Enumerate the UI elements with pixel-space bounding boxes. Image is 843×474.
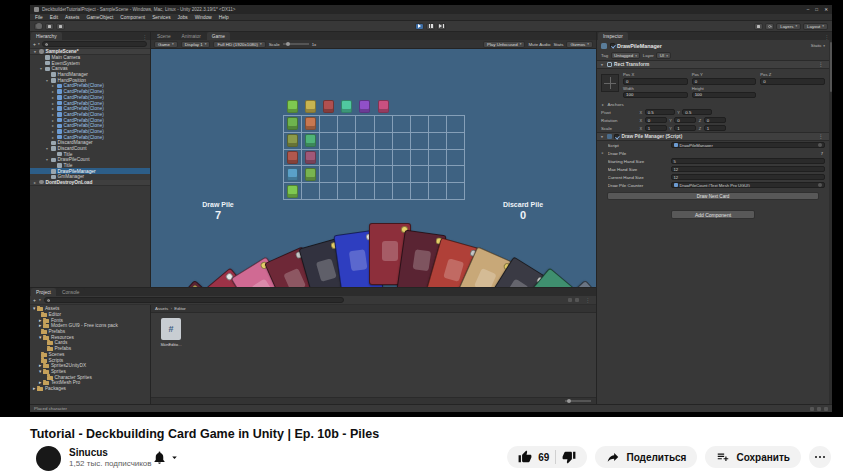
- rotation-z-field[interactable]: 0: [704, 117, 726, 124]
- expand-arrow-icon[interactable]: ▸: [39, 363, 41, 368]
- layer-dropdown[interactable]: UI▾: [656, 52, 671, 59]
- menu-item[interactable]: Window: [195, 15, 212, 20]
- channel-name[interactable]: Sinucus: [69, 447, 108, 458]
- expand-arrow-icon[interactable]: ▾: [45, 146, 49, 151]
- account-button[interactable]: [34, 23, 43, 30]
- expand-arrow-icon[interactable]: ▸: [51, 83, 55, 88]
- menu-item[interactable]: Component: [120, 15, 145, 20]
- add-component-button[interactable]: Add Component: [671, 210, 755, 219]
- menu-item[interactable]: Assets: [65, 15, 79, 20]
- game-viewport[interactable]: Draw Pile 7 Discard Pile 0: [151, 49, 596, 287]
- expand-arrow-icon[interactable]: ▸: [51, 89, 55, 94]
- anchors-foldout[interactable]: Anchors: [608, 102, 624, 107]
- tab-hierarchy[interactable]: Hierarchy: [31, 32, 62, 40]
- window-control-button[interactable]: □: [815, 7, 818, 12]
- expand-arrow-icon[interactable]: ▸: [33, 386, 35, 391]
- gizmos-dropdown[interactable]: Gizmos▾: [566, 41, 593, 48]
- asset-item[interactable]: # SkinEdito...: [156, 318, 186, 347]
- menu-item[interactable]: Help: [219, 15, 229, 20]
- draw-next-card-button[interactable]: Draw Next Card: [607, 192, 819, 200]
- rotation-x-field[interactable]: 0: [645, 117, 667, 124]
- scale-y-field[interactable]: 1: [674, 125, 696, 132]
- expand-arrow-icon[interactable]: ▾: [45, 78, 49, 83]
- rotation-y-field[interactable]: 0: [674, 117, 696, 124]
- anchor-preset-button[interactable]: [601, 74, 619, 92]
- expand-arrow-icon[interactable]: ▸: [33, 180, 37, 185]
- video-player[interactable]: DeckbuilderTutorialProject - SampleScene…: [0, 0, 843, 417]
- component-enabled-checkbox[interactable]: [614, 134, 619, 139]
- create-asset-button[interactable]: +: [33, 297, 36, 303]
- view-tab[interactable]: Animator: [177, 32, 206, 40]
- thumbnail-zoom-slider[interactable]: [565, 400, 591, 402]
- expand-arrow-icon[interactable]: ▾: [33, 306, 35, 311]
- tab-inspector[interactable]: Inspector: [598, 32, 628, 40]
- menu-item[interactable]: File: [35, 15, 43, 20]
- breadcrumb-current[interactable]: Editor: [174, 306, 185, 311]
- foldout-arrow-icon[interactable]: ▸: [601, 102, 605, 107]
- pivot-y-field[interactable]: 0.5: [682, 109, 712, 116]
- expand-arrow-icon[interactable]: ▸: [51, 123, 55, 128]
- expand-arrow-icon[interactable]: ▸: [51, 118, 55, 123]
- expand-arrow-icon[interactable]: ▸: [51, 112, 55, 117]
- undo-history-button[interactable]: [754, 23, 763, 30]
- field-value[interactable]: DrawPileManager: [671, 142, 826, 149]
- script-component-header[interactable]: ▾ Draw Pile Manager (Script) ⋮: [597, 132, 829, 141]
- expand-arrow-icon[interactable]: ▸: [39, 318, 41, 323]
- scale-z-field[interactable]: 1: [704, 125, 726, 132]
- menu-item[interactable]: GameObject: [86, 15, 113, 20]
- play-mode-dropdown[interactable]: Play Unfocused▾: [483, 41, 525, 48]
- layout-dropdown[interactable]: Layout▾: [803, 23, 828, 30]
- cloud-button[interactable]: [45, 23, 54, 30]
- expand-arrow-icon[interactable]: ▸: [51, 129, 55, 134]
- view-tab[interactable]: Game: [207, 32, 230, 40]
- step-button[interactable]: [437, 23, 446, 30]
- static-dropdown[interactable]: Static▾: [811, 43, 825, 48]
- kebab-menu-icon[interactable]: ⋮: [815, 134, 826, 139]
- panel-tab[interactable]: Project: [31, 288, 56, 296]
- menu-item[interactable]: Edit: [50, 15, 58, 20]
- expand-arrow-icon[interactable]: ▾: [45, 157, 49, 162]
- pos-z-field[interactable]: 0: [760, 78, 825, 85]
- hierarchy-item[interactable]: ▸ DontDestroyOnLoad: [30, 180, 150, 186]
- object-picker-icon[interactable]: [818, 143, 822, 147]
- share-button[interactable]: Поделиться: [595, 446, 697, 468]
- search-button[interactable]: [765, 23, 774, 30]
- thumbs-up-icon[interactable]: [518, 450, 532, 464]
- field-value[interactable]: 12: [671, 166, 826, 173]
- active-checkbox[interactable]: [610, 43, 615, 48]
- settings-gear-icon[interactable]: [575, 298, 579, 302]
- pos-y-field[interactable]: 0: [692, 78, 757, 85]
- view-tab[interactable]: Scene: [152, 32, 176, 40]
- folder-item[interactable]: ▸ Packages: [30, 386, 150, 392]
- rect-transform-header[interactable]: ▾ Rect Transform ⋮: [597, 60, 829, 69]
- hierarchy-search-input[interactable]: [42, 41, 147, 47]
- expand-arrow-icon[interactable]: ▾: [39, 369, 41, 374]
- project-search-input[interactable]: [44, 297, 344, 303]
- mute-audio-toggle[interactable]: Mute Audio: [528, 42, 550, 47]
- field-value[interactable]: 7: [671, 150, 826, 157]
- expand-arrow-icon[interactable]: ▾: [39, 66, 43, 71]
- kebab-menu-icon[interactable]: ⋮: [815, 62, 826, 67]
- console-log-icon[interactable]: [810, 407, 814, 411]
- width-field[interactable]: 100: [623, 92, 688, 99]
- notification-bell-button[interactable]: [152, 450, 180, 465]
- save-button[interactable]: Сохранить: [705, 446, 801, 468]
- field-value[interactable]: 12: [671, 174, 826, 181]
- field-value[interactable]: DrawPileCount (Text Mesh Pro UGUI): [671, 182, 826, 189]
- hidden-packages-icon[interactable]: [568, 298, 572, 302]
- console-error-icon[interactable]: [824, 407, 828, 411]
- console-warning-icon[interactable]: [817, 407, 821, 411]
- expand-arrow-icon[interactable]: ▸: [39, 323, 41, 328]
- expand-arrow-icon[interactable]: ▸: [51, 101, 55, 106]
- object-picker-icon[interactable]: [818, 183, 822, 187]
- menu-item[interactable]: Services: [152, 15, 170, 20]
- channel-avatar[interactable]: [36, 446, 61, 471]
- pivot-x-field[interactable]: 0.5: [645, 109, 675, 116]
- window-control-button[interactable]: –: [807, 7, 810, 12]
- menu-item[interactable]: Jobs: [178, 15, 188, 20]
- field-value[interactable]: 5: [671, 158, 826, 165]
- stats-toggle[interactable]: Stats: [553, 42, 563, 47]
- breadcrumb-root[interactable]: Assets: [155, 306, 168, 311]
- display-dropdown[interactable]: Display 1▾: [181, 41, 211, 48]
- kebab-menu-icon[interactable]: ⋮: [582, 298, 593, 303]
